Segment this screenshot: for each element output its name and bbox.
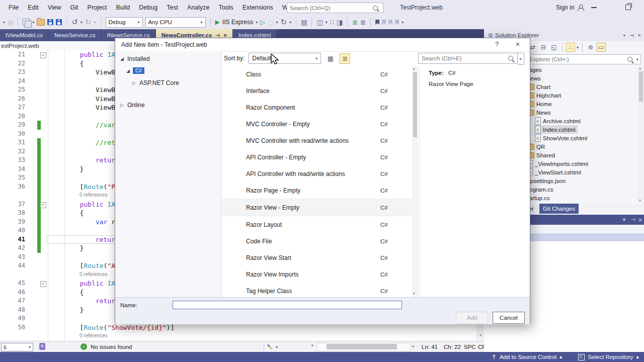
tab-tviewmodel-cs[interactable]: tViewModel.cs <box>0 29 48 41</box>
editor-zoom-dropdown[interactable]: 6▾ <box>1 343 33 351</box>
properties-tool-icon[interactable]: ⊚ <box>586 43 595 52</box>
open-file-icon[interactable] <box>37 19 45 26</box>
template-item[interactable]: API Controller with read/write actionsC# <box>222 165 412 182</box>
menu-project[interactable]: Project <box>83 0 112 15</box>
select-repository-button[interactable]: Select Repository ▲ <box>578 354 639 360</box>
window-menu-icon[interactable]: ▾ <box>623 33 625 38</box>
indent-icon[interactable]: ≣ <box>352 19 358 26</box>
tab-newsservice-cs[interactable]: NewsService.cs <box>49 29 101 41</box>
outdent-icon[interactable]: ≣ <box>360 19 366 26</box>
tab-git-changes[interactable]: Git Changes <box>539 204 579 214</box>
menu-view[interactable]: View <box>43 0 66 15</box>
cursor-column-indicator[interactable]: Ch: 22 <box>444 344 461 350</box>
code-cleanup-button[interactable]: ▾ <box>264 343 278 350</box>
properties-window-icon[interactable]: ▭ <box>597 43 606 52</box>
template-item[interactable]: MVC Controller - EmptyC# <box>222 116 412 132</box>
add-to-source-control-button[interactable]: ↑ Add to Source Control ▲ <box>492 353 562 360</box>
expander-icon[interactable]: ▷ <box>120 103 124 108</box>
category-online[interactable]: ▷ Online <box>120 102 145 109</box>
help-icon[interactable]: ? <box>495 40 499 48</box>
copy-parallel-icon[interactable]: ◨ <box>337 19 343 26</box>
show-all-files-icon[interactable]: ∴ <box>566 43 575 52</box>
template-item[interactable]: Razor View StartC# <box>222 249 412 266</box>
quick-search-input[interactable] <box>287 5 373 11</box>
quick-search-box[interactable] <box>287 3 383 13</box>
cursor-tool-icon[interactable]: ∷ <box>330 19 334 26</box>
pin-icon[interactable]: ⊤ <box>630 217 636 222</box>
platform-dropdown[interactable]: Any CPU▾ <box>145 17 206 28</box>
template-item[interactable]: API Controller - EmptyC# <box>222 149 412 165</box>
window-menu-icon[interactable]: ▾ <box>623 217 625 222</box>
navigate-back-icon[interactable]: ◎ <box>8 19 13 26</box>
template-item[interactable]: InterfaceC# <box>222 82 412 99</box>
dialog-title-bar[interactable]: Add New Item - TestProject.web ? × <box>115 38 530 52</box>
template-item[interactable]: Razor Page - EmptyC# <box>222 182 412 199</box>
scroll-down-icon[interactable]: ▾ <box>639 198 641 203</box>
collapse-region-icon[interactable] <box>40 202 46 208</box>
references-link[interactable]: 0 references <box>79 272 108 277</box>
close-icon[interactable]: × <box>638 217 642 223</box>
run-target-label[interactable]: IIS Express <box>222 19 253 26</box>
template-search-box[interactable] <box>418 53 518 64</box>
scroll-left-icon[interactable]: ◂ <box>311 343 313 347</box>
next-bookmark-icon[interactable] <box>388 20 392 25</box>
menu-tools[interactable]: Tools <box>214 0 238 15</box>
code-health-icon[interactable] <box>39 343 45 350</box>
references-link[interactable]: 0 references <box>79 192 108 198</box>
dropdown-caret-icon[interactable]: ▾ <box>577 45 579 50</box>
close-icon[interactable]: × <box>516 40 520 48</box>
scrollbar-thumb[interactable] <box>413 72 417 137</box>
window-layout-icon[interactable]: ◫ <box>316 19 323 26</box>
expander-icon[interactable]: ▷ <box>132 80 136 85</box>
sort-dropdown[interactable]: Default▾ <box>249 53 321 64</box>
configuration-dropdown[interactable]: Debug▾ <box>106 17 143 28</box>
find-in-files-icon[interactable]: ▤ <box>301 19 307 26</box>
references-link[interactable]: 0 references <box>79 333 108 338</box>
undo-icon[interactable]: ↺ <box>71 18 78 27</box>
template-item[interactable]: Razor LayoutC# <box>222 216 412 233</box>
category-aspnet-core[interactable]: ▷ ASP.NET Core <box>132 79 179 86</box>
close-icon[interactable]: × <box>638 32 641 38</box>
template-item[interactable]: Razor View ImportsC# <box>222 266 412 283</box>
template-item[interactable]: Razor View - EmptyC# <box>222 199 412 216</box>
menu-file[interactable]: File <box>4 0 23 15</box>
pin-icon[interactable]: ⊤ <box>215 33 220 37</box>
prev-bookmark-icon[interactable] <box>382 20 386 25</box>
menu-debug[interactable]: Debug <box>134 0 162 15</box>
list-view-icon[interactable]: ≣ <box>340 53 350 64</box>
start-debug-icon[interactable]: ▶ <box>215 19 220 26</box>
tree-scrollbar[interactable]: ▴ ▾ <box>638 65 644 204</box>
save-all-icon[interactable] <box>56 19 62 25</box>
template-list-scrollbar[interactable]: ▴ ▾ <box>412 66 418 297</box>
indent-mode-indicator[interactable]: SPC <box>464 344 476 350</box>
clear-bookmarks-icon[interactable] <box>395 20 399 25</box>
pin-icon[interactable]: ⊤ <box>629 33 634 38</box>
redo-icon[interactable]: ↻ <box>85 18 92 27</box>
expander-icon[interactable]: ◢ <box>126 68 130 73</box>
restore-button[interactable] <box>625 5 631 10</box>
menu-analyze[interactable]: Analyze <box>183 0 214 15</box>
scroll-right-icon[interactable]: ▸ <box>413 344 415 348</box>
sign-in-button[interactable]: Sign in <box>556 4 584 11</box>
issues-indicator[interactable]: ✓ No issues found <box>80 343 132 350</box>
start-without-debug-icon[interactable]: ▷ <box>260 19 265 26</box>
search-options-icon[interactable]: ▾ <box>636 57 638 62</box>
collapse-region-icon[interactable] <box>40 52 46 58</box>
template-item[interactable]: Code FileC# <box>222 233 412 249</box>
minimize-button[interactable] <box>591 7 597 8</box>
save-icon[interactable] <box>47 19 53 25</box>
editor-horizontal-scrollbar[interactable] <box>317 343 411 351</box>
template-item[interactable]: MVC Controller with read/write actionsC# <box>222 132 412 149</box>
template-item[interactable]: Razor ComponentC# <box>222 99 412 116</box>
menu-extensions[interactable]: Extensions <box>238 0 278 15</box>
menu-edit[interactable]: Edit <box>23 0 43 15</box>
collapse-region-icon[interactable] <box>40 281 46 287</box>
cancel-button[interactable]: Cancel <box>493 312 525 324</box>
menu-build[interactable]: Build <box>111 0 134 15</box>
toolbar-overflow-icon[interactable]: ▾ <box>3 20 5 25</box>
scrollbar-thumb[interactable] <box>639 71 643 102</box>
search-dropdown-icon[interactable]: ▾ <box>517 53 524 65</box>
add-button[interactable]: Add <box>456 312 488 324</box>
collapse-all-icon[interactable]: ⊟ <box>539 43 548 52</box>
name-input[interactable] <box>173 301 402 309</box>
